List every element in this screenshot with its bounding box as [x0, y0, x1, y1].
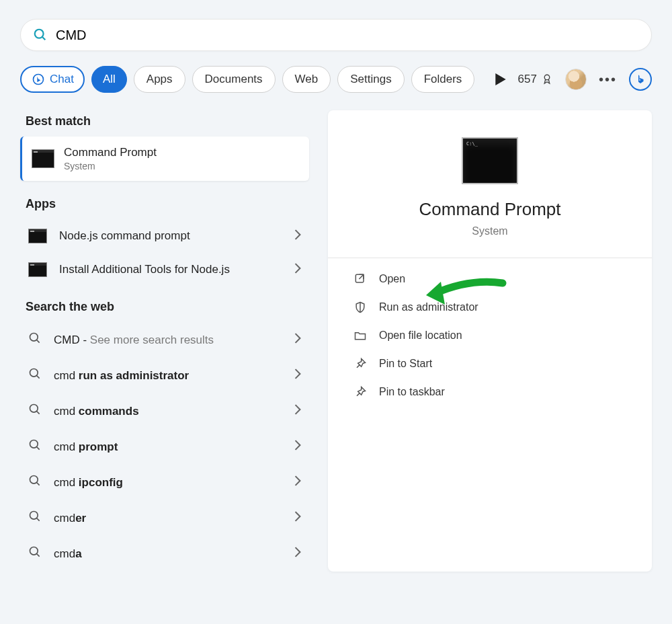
- action-open[interactable]: Open: [344, 265, 636, 293]
- app-item-node-prompt[interactable]: Node.js command prompt: [20, 219, 309, 253]
- action-pin-start-label: Pin to Start: [379, 358, 432, 370]
- search-icon: [28, 403, 42, 420]
- svg-point-16: [30, 547, 38, 555]
- web-item-label: cmd run as administrator: [54, 369, 282, 383]
- chevron-right-icon: [294, 404, 301, 418]
- section-apps: Apps: [20, 193, 309, 219]
- preview-subtitle: System: [344, 225, 636, 237]
- svg-point-14: [30, 512, 38, 520]
- web-search-item[interactable]: cmd commands: [20, 393, 309, 429]
- chevron-right-icon: [294, 547, 301, 561]
- svg-line-5: [37, 340, 40, 343]
- search-icon: [28, 332, 42, 348]
- svg-line-13: [37, 483, 40, 485]
- search-icon: [28, 438, 42, 455]
- search-icon: [28, 474, 42, 491]
- results-column: Best match Command Prompt System Apps No…: [20, 110, 309, 572]
- action-pin-start[interactable]: Pin to Start: [344, 350, 636, 378]
- search-bar[interactable]: [20, 19, 652, 51]
- filter-all-label: All: [103, 73, 116, 86]
- filter-all[interactable]: All: [91, 66, 127, 93]
- svg-point-0: [35, 30, 44, 38]
- user-avatar[interactable]: [565, 69, 587, 90]
- action-open-label: Open: [379, 273, 405, 285]
- best-match-title: Command Prompt: [64, 146, 157, 159]
- web-search-item[interactable]: CMD - See more search results: [20, 322, 309, 358]
- bing-chat-icon: [31, 72, 46, 87]
- search-icon: [28, 367, 42, 384]
- svg-line-17: [37, 554, 40, 557]
- pin-icon: [353, 357, 367, 370]
- svg-line-11: [37, 447, 40, 450]
- chat-chip[interactable]: Chat: [20, 66, 85, 93]
- chevron-right-icon: [294, 333, 301, 347]
- filter-folders[interactable]: Folders: [411, 66, 475, 93]
- filter-documents-label: Documents: [205, 73, 263, 86]
- rewards-points[interactable]: 657: [518, 73, 553, 86]
- app-item-label: Install Additional Tools for Node.js: [59, 263, 282, 276]
- filter-web-label: Web: [295, 73, 319, 86]
- search-icon: [28, 510, 42, 526]
- action-open-location[interactable]: Open file location: [344, 321, 636, 350]
- chat-chip-label: Chat: [50, 73, 74, 86]
- chevron-right-icon: [294, 263, 301, 277]
- preview-panel: Command Prompt System Open Run as admini…: [328, 110, 652, 572]
- svg-point-12: [30, 476, 38, 484]
- web-search-item[interactable]: cmda: [20, 536, 309, 572]
- app-item-label: Node.js command prompt: [59, 229, 282, 243]
- action-open-location-label: Open file location: [379, 329, 462, 342]
- action-pin-taskbar[interactable]: Pin to taskbar: [344, 378, 636, 406]
- svg-point-10: [30, 440, 38, 448]
- web-item-label: cmd ipconfig: [54, 476, 282, 490]
- web-item-label: cmd prompt: [54, 440, 282, 454]
- terminal-icon: [28, 262, 47, 277]
- filter-row: Chat All Apps Documents Web Settings Fol…: [20, 66, 652, 93]
- filter-folders-label: Folders: [424, 73, 462, 86]
- folder-icon: [353, 329, 367, 342]
- medal-icon: [541, 73, 553, 86]
- section-best-match: Best match: [20, 110, 309, 136]
- section-search-web: Search the web: [20, 296, 309, 322]
- open-icon: [353, 272, 367, 286]
- terminal-icon: [28, 229, 47, 243]
- more-icon[interactable]: •••: [599, 72, 617, 87]
- svg-line-9: [37, 412, 40, 414]
- search-icon: [33, 28, 48, 42]
- bing-icon[interactable]: [629, 68, 652, 91]
- svg-point-8: [30, 405, 38, 413]
- filter-documents[interactable]: Documents: [192, 66, 276, 93]
- search-input[interactable]: [56, 28, 639, 43]
- filter-web[interactable]: Web: [282, 66, 331, 93]
- shield-icon: [353, 301, 367, 314]
- web-search-item[interactable]: cmd ipconfig: [20, 465, 309, 500]
- web-search-item[interactable]: cmder: [20, 500, 309, 536]
- best-match-item[interactable]: Command Prompt System: [20, 136, 309, 181]
- app-item-node-tools[interactable]: Install Additional Tools for Node.js: [20, 253, 309, 286]
- web-item-label: cmda: [54, 547, 282, 561]
- svg-point-3: [544, 75, 550, 80]
- play-icon[interactable]: [495, 73, 506, 85]
- chevron-right-icon: [294, 229, 301, 243]
- web-item-label: cmd commands: [54, 405, 282, 418]
- points-count: 657: [518, 73, 537, 86]
- action-run-admin[interactable]: Run as administrator: [344, 293, 636, 321]
- web-search-item[interactable]: cmd prompt: [20, 429, 309, 465]
- search-icon: [28, 545, 42, 562]
- svg-point-6: [30, 369, 38, 377]
- filter-apps[interactable]: Apps: [134, 66, 185, 93]
- action-pin-taskbar-label: Pin to taskbar: [379, 386, 445, 398]
- best-match-subtitle: System: [64, 161, 157, 171]
- filter-settings-label: Settings: [350, 73, 391, 86]
- web-search-item[interactable]: cmd run as administrator: [20, 358, 309, 393]
- web-item-label: cmder: [54, 512, 282, 525]
- svg-line-1: [42, 37, 46, 40]
- svg-line-7: [37, 376, 40, 379]
- divider: [328, 258, 652, 258]
- svg-line-15: [37, 518, 40, 521]
- chevron-right-icon: [294, 368, 301, 383]
- chevron-right-icon: [294, 511, 301, 525]
- preview-title: Command Prompt: [344, 199, 636, 220]
- filter-settings[interactable]: Settings: [337, 66, 404, 93]
- action-run-admin-label: Run as administrator: [379, 301, 478, 313]
- svg-point-4: [30, 334, 38, 342]
